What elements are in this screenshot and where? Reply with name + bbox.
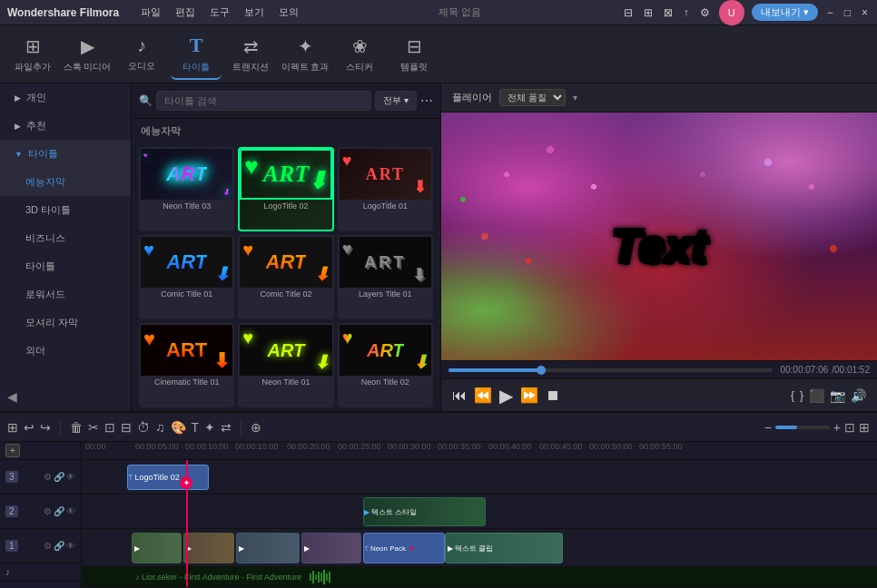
crop-button[interactable]: ⊟ [121, 420, 132, 435]
volume-button[interactable]: 🔊 [851, 388, 866, 403]
track-3-settings[interactable]: ⚙ [44, 472, 52, 482]
group-button[interactable]: ⊕ [251, 420, 261, 435]
zoom-out-button[interactable]: − [764, 420, 772, 435]
tile-layers01[interactable]: ♥ ART ⬇ Layers Title 01 [338, 235, 433, 319]
menu-file[interactable]: 파일 [141, 5, 161, 19]
nav-recommended[interactable]: ▶ 추천 [0, 112, 131, 140]
nav-personal[interactable]: ▶ 개인 [0, 83, 131, 112]
export-button[interactable]: 내보내기 ▾ [752, 4, 818, 21]
play-button[interactable]: ▶ [499, 385, 513, 407]
mark-out-button[interactable]: } [800, 389, 803, 402]
tool-stickers[interactable]: ❀ 스티커 [334, 29, 385, 80]
zoom-in-button[interactable]: + [833, 420, 841, 435]
transition-tl-btn[interactable]: ⇄ [221, 420, 232, 435]
color-button[interactable]: 🎨 [171, 420, 186, 435]
track-3-link[interactable]: 🔗 [54, 472, 64, 482]
nav-titles-sub[interactable]: 타이틀 [0, 252, 131, 280]
settings-icon[interactable]: ⚙ [700, 6, 710, 19]
frame-forward-button[interactable]: ⏩ [520, 387, 538, 404]
stickers-icon: ❀ [352, 35, 368, 57]
tool-media[interactable]: ▶ 스톡 미디어 [62, 29, 113, 80]
restore-icon[interactable]: ⊞ [644, 6, 653, 19]
tool-import[interactable]: ⊞ 파일추가 [7, 29, 58, 80]
minimize-btn[interactable]: − [827, 6, 833, 19]
nav-lowercase[interactable]: 로워서드 [0, 280, 131, 309]
more-options-button[interactable]: ⋯ [420, 93, 433, 108]
minimize-icon[interactable]: ⊟ [624, 6, 633, 19]
nav-animated-titles[interactable]: 에능자막 [0, 168, 131, 196]
clip-main-3[interactable]: ▶ [236, 533, 300, 564]
nav-business[interactable]: 비즈니스 [0, 224, 131, 252]
nav-titles[interactable]: ▼ 타이틀 [0, 140, 131, 168]
tile-logo02[interactable]: ♥ ART ⬇ LogoTitle 02 [238, 147, 333, 231]
zoom-bar[interactable] [775, 426, 830, 429]
tool-effects[interactable]: ✦ 이펙트 효과 [280, 29, 330, 80]
track-2-settings[interactable]: ⚙ [44, 506, 52, 516]
nav-subtitles[interactable]: 모셔리 자막 [0, 309, 131, 337]
quality-select[interactable]: 전체 품질 [499, 89, 566, 106]
scrubber-bar[interactable] [448, 368, 773, 372]
tile-neon03[interactable]: ♥ ART ⬇ Neon Title 03 [139, 147, 234, 231]
maximize-btn[interactable]: □ [844, 6, 851, 19]
layout-button[interactable]: ⊞ [859, 420, 870, 435]
track-1-link[interactable]: 🔗 [54, 541, 64, 551]
clip-big-right[interactable]: ▶ 텍스트 클립 [445, 533, 563, 564]
tool-templates[interactable]: ⊟ 템플릿 [389, 29, 439, 80]
tool-titles[interactable]: T 타이틀 [171, 29, 222, 80]
search-input[interactable] [156, 91, 371, 111]
track-3-eye[interactable]: 👁 [66, 472, 75, 482]
collapse-panel-btn[interactable]: ◀ [0, 382, 131, 411]
tile-comic02[interactable]: ♥ ART ⬇ Comic Title 02 [238, 235, 333, 319]
trim-button[interactable]: ⊡ [104, 420, 115, 435]
nav-3d-titles[interactable]: 3D 타이틀 [0, 196, 131, 224]
tile-neon01[interactable]: ♥ ART ⬇ Neon Title 01 [238, 323, 333, 407]
clip-video-2a[interactable]: ▶ 텍스트 스타일 [363, 497, 486, 526]
undo-button[interactable]: ↩ [24, 420, 34, 435]
close-btn[interactable]: × [862, 6, 868, 19]
menu-tools[interactable]: 도구 [210, 5, 230, 19]
add-track-button[interactable]: + [5, 444, 20, 457]
snapshot-button[interactable]: 📷 [830, 388, 845, 403]
fit-button[interactable]: ⊡ [844, 420, 855, 435]
track-1-settings[interactable]: ⚙ [44, 541, 52, 551]
clip-main-1[interactable]: ▶ [132, 533, 182, 564]
track-1-eye[interactable]: 👁 [66, 541, 75, 551]
clip-to-timeline-button[interactable]: ⬛ [809, 388, 824, 403]
tile-logo01[interactable]: ♥ ART ⬇ LogoTitle 01 [338, 147, 433, 231]
tool-transition[interactable]: ⇄ 트랜지션 [225, 29, 276, 80]
nav-more[interactable]: 외더 [0, 337, 131, 365]
clip-thumb-4: ▶ [302, 543, 311, 554]
clip-main-4[interactable]: ▶ [301, 533, 361, 564]
audio-button[interactable]: ♫ [155, 420, 165, 435]
timecode-current: 00:00:07:06 [780, 365, 828, 375]
clip-main-2[interactable]: ▶ [183, 533, 234, 564]
menu-view[interactable]: 보기 [244, 5, 264, 19]
clip-neonpack[interactable]: T Neon Pack ♥ [363, 533, 445, 564]
scrubber-thumb[interactable] [537, 366, 546, 375]
tile-neon02[interactable]: ♥ ART ⬇ Neon Title 02 [338, 323, 433, 407]
tool-audio[interactable]: ♪ 오디오 [116, 29, 167, 80]
avatar[interactable]: U [719, 0, 744, 25]
delete-button[interactable]: 🗑 [70, 420, 83, 435]
frame-back-button[interactable]: ⏪ [474, 387, 492, 404]
skip-back-button[interactable]: ⏮ [452, 387, 467, 404]
clip-logotitle02[interactable]: T LogoTitle 02 [127, 465, 209, 490]
sticker-btn[interactable]: ✦ [204, 420, 215, 435]
split-button[interactable]: ✂ [88, 420, 99, 435]
playhead-circle[interactable]: ✦ [180, 476, 192, 489]
mark-in-button[interactable]: { [791, 389, 794, 402]
tile-comic01[interactable]: ♥ ART ⬇ Comic Title 01 [139, 235, 234, 319]
fullscreen-icon[interactable]: ⊠ [664, 6, 673, 19]
menu-export[interactable]: 모의 [279, 5, 299, 19]
menu-edit[interactable]: 편집 [175, 5, 195, 19]
skip-forward-button[interactable]: ⏹ [546, 387, 560, 404]
track-2-eye[interactable]: 👁 [66, 506, 75, 516]
redo-button[interactable]: ↪ [40, 420, 51, 435]
snap-button[interactable]: ⊞ [7, 420, 18, 435]
track-2-link[interactable]: 🔗 [54, 506, 64, 516]
share-icon[interactable]: ↑ [684, 6, 689, 19]
text-button[interactable]: T [192, 420, 200, 435]
filter-button[interactable]: 전부 ▾ [375, 91, 417, 111]
tile-cinematic01[interactable]: ♥ ART ⬇ Cinematic Title 01 [139, 323, 234, 407]
speed-button[interactable]: ⏱ [137, 420, 150, 435]
